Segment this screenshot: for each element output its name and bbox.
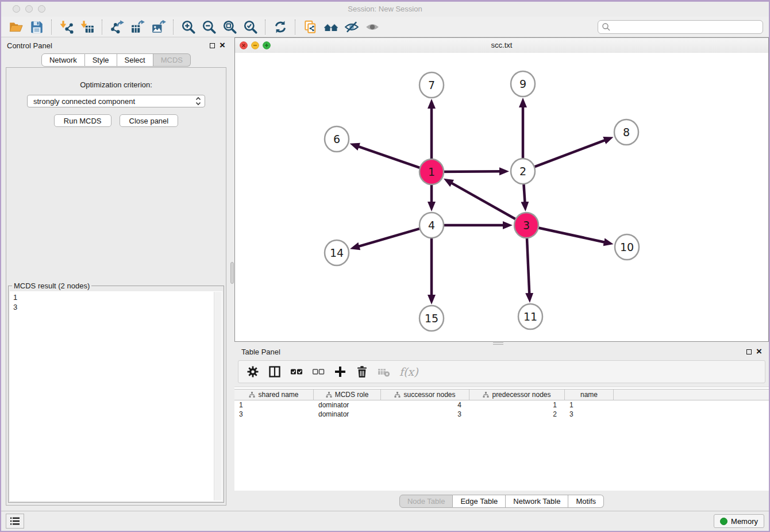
graph-node-3[interactable]: 3 <box>514 213 538 238</box>
graph-node-1[interactable]: 1 <box>419 159 444 184</box>
memory-status-icon <box>720 518 727 525</box>
import-network-icon <box>59 20 74 34</box>
table-cell-name[interactable]: 1 <box>565 401 614 409</box>
table-cell-mcds-role[interactable]: dominator <box>314 410 381 418</box>
table-cell-successor-nodes[interactable]: 3 <box>381 410 469 418</box>
network-canvas[interactable]: 1234678910111415 <box>235 53 768 341</box>
memory-button[interactable]: Memory <box>714 514 764 528</box>
table-row[interactable]: 1dominator411 <box>234 400 769 410</box>
graph-node-14[interactable]: 14 <box>325 240 349 265</box>
column-header-predecessor-nodes[interactable]: predecessor nodes <box>469 390 565 400</box>
export-network-button[interactable] <box>107 18 128 36</box>
table-cell-name[interactable]: 3 <box>565 410 614 418</box>
mcds-result-list[interactable]: 13 <box>10 291 222 501</box>
tab-node-table[interactable]: Node Table <box>399 495 453 508</box>
tab-network[interactable]: Network <box>41 53 85 67</box>
graph-node-11[interactable]: 11 <box>518 304 542 329</box>
graph-node-7[interactable]: 7 <box>419 72 444 98</box>
search-box[interactable] <box>598 20 763 34</box>
graph-node-4[interactable]: 4 <box>419 213 444 238</box>
run-mcds-button[interactable]: Run MCDS <box>54 114 111 127</box>
tab-edge-table[interactable]: Edge Table <box>453 495 506 508</box>
table-row[interactable]: 3dominator323 <box>234 410 769 419</box>
zoom-selected-button[interactable] <box>240 18 261 36</box>
duplicate-network-button[interactable] <box>300 18 321 36</box>
graph-node-label: 8 <box>623 126 630 138</box>
graph-node-8[interactable]: 8 <box>614 119 638 145</box>
column-header-mcds-role[interactable]: MCDS role <box>314 390 381 400</box>
table-cell-shared-name[interactable]: 3 <box>234 410 314 418</box>
search-input[interactable] <box>611 22 759 32</box>
dropdown-stepper-icon <box>194 96 202 106</box>
zoom-fit-icon <box>222 20 237 34</box>
zoom-in-icon <box>181 20 196 34</box>
first-neighbors-button[interactable] <box>321 18 341 36</box>
optimization-dropdown[interactable]: strongly connected component <box>27 95 205 107</box>
hide-selected-button[interactable] <box>341 18 362 36</box>
show-all-button[interactable] <box>362 18 383 36</box>
graph-edge-3-11[interactable] <box>526 229 529 295</box>
graph-edge-1-6[interactable] <box>357 146 428 171</box>
graph-node-6[interactable]: 6 <box>325 126 349 152</box>
refresh-view-button[interactable] <box>270 18 291 36</box>
vertical-splitter-grip[interactable] <box>230 262 234 284</box>
float-panel-icon[interactable] <box>210 43 215 48</box>
columns-icon <box>268 365 281 378</box>
export-image-button[interactable] <box>148 18 169 36</box>
add-column-button[interactable] <box>334 365 346 378</box>
import-network-button[interactable] <box>56 18 77 36</box>
table-cell-predecessor-nodes[interactable]: 2 <box>469 410 565 418</box>
zoom-fit-button[interactable] <box>220 18 240 36</box>
table-cell-successor-nodes[interactable]: 4 <box>381 401 469 409</box>
close-table-panel-icon[interactable]: × <box>756 349 762 354</box>
open-session-button[interactable] <box>6 18 26 36</box>
tab-network-table[interactable]: Network Table <box>506 495 568 508</box>
tab-style[interactable]: Style <box>85 53 117 67</box>
table-panel-title: Table Panel <box>241 348 280 356</box>
column-type-icon <box>394 392 401 398</box>
tab-motifs[interactable]: Motifs <box>568 495 604 508</box>
graph-edge-3-10[interactable] <box>530 226 606 242</box>
delete-column-button[interactable] <box>356 365 368 378</box>
export-image-icon <box>151 20 166 34</box>
column-layout-button[interactable] <box>268 365 281 378</box>
save-session-button[interactable] <box>26 18 47 36</box>
tab-select[interactable]: Select <box>117 53 153 67</box>
graph-node-10[interactable]: 10 <box>615 234 639 260</box>
network-window-titlebar[interactable]: scc.txt <box>235 38 768 53</box>
column-header-shared-name[interactable]: shared name <box>234 390 314 400</box>
select-all-columns-button[interactable] <box>290 365 303 378</box>
function-builder-button[interactable]: f(x) <box>399 365 418 378</box>
graph-node-label: 7 <box>428 79 435 91</box>
export-table-button[interactable] <box>128 18 148 36</box>
graph-node-label: 9 <box>519 78 526 90</box>
graph-node-2[interactable]: 2 <box>511 159 535 184</box>
close-panel-button[interactable]: Close panel <box>120 114 179 127</box>
table-cell-predecessor-nodes[interactable]: 1 <box>469 401 565 409</box>
graph-node-15[interactable]: 15 <box>419 306 444 331</box>
zoom-out-button[interactable] <box>199 18 220 36</box>
tab-mcds[interactable]: MCDS <box>153 53 191 67</box>
network-view-window: scc.txt 1234678910111415 <box>234 37 769 342</box>
graph-node-9[interactable]: 9 <box>511 71 535 97</box>
column-header-successor-nodes[interactable]: successor nodes <box>381 390 469 400</box>
task-history-button[interactable] <box>6 514 24 529</box>
column-header-name[interactable]: name <box>565 390 614 400</box>
deselect-all-columns-button[interactable] <box>312 365 325 378</box>
close-panel-icon[interactable]: × <box>220 43 225 48</box>
graph-edge-3-1[interactable] <box>451 183 523 223</box>
table-cell-shared-name[interactable]: 1 <box>234 401 314 409</box>
gear-icon <box>247 365 259 378</box>
zoom-in-button[interactable] <box>178 18 199 36</box>
network-graph[interactable]: 1234678910111415 <box>235 53 768 341</box>
table-settings-button[interactable] <box>247 365 259 378</box>
graph-node-label: 11 <box>523 310 537 323</box>
import-table-button[interactable] <box>77 18 98 36</box>
scrollbar-track[interactable] <box>214 292 222 500</box>
graph-edge-4-14[interactable] <box>357 226 428 247</box>
table-cell-mcds-role[interactable]: dominator <box>314 401 381 409</box>
delete-table-button[interactable] <box>378 365 390 378</box>
graph-edge-2-8[interactable] <box>526 140 606 169</box>
graph-edge-1-2[interactable] <box>435 171 501 172</box>
float-table-panel-icon[interactable] <box>746 349 752 354</box>
